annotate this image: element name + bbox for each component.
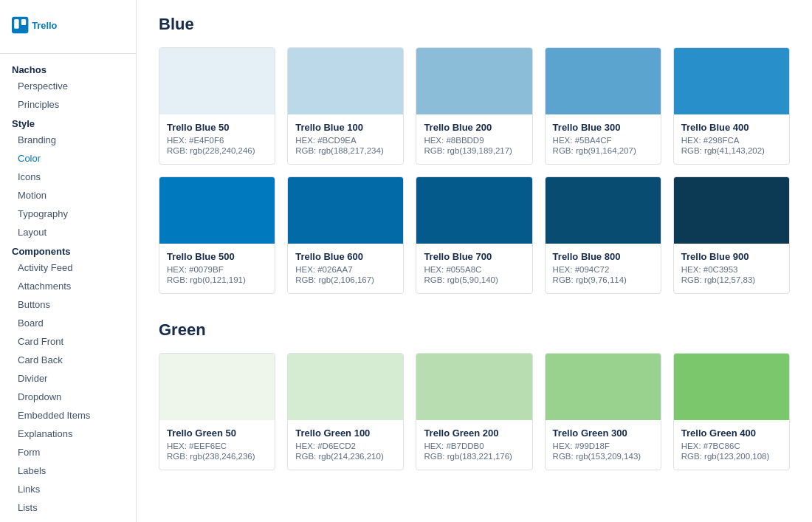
color-swatch xyxy=(416,354,531,420)
blue-section-title: Blue xyxy=(159,15,790,34)
color-card: Trello Green 200HEX: #B7DDB0RGB: rgb(183… xyxy=(416,353,532,470)
color-swatch xyxy=(159,177,275,244)
color-hex: HEX: #5BA4CF xyxy=(553,136,653,145)
color-swatch xyxy=(546,354,661,420)
color-rgb: RGB: rgb(139,189,217) xyxy=(424,146,524,155)
color-hex: HEX: #8BBDD9 xyxy=(424,136,524,145)
sidebar-item-perspective[interactable]: Perspective xyxy=(0,77,136,95)
sidebar-item-color[interactable]: Color xyxy=(0,149,136,168)
color-card: Trello Blue 300HEX: #5BA4CFRGB: rgb(91,1… xyxy=(545,47,661,165)
color-card: Trello Blue 200HEX: #8BBDD9RGB: rgb(139,… xyxy=(416,47,532,165)
color-card: Trello Blue 700HEX: #055A8CRGB: rgb(5,90… xyxy=(416,176,532,294)
svg-text:Trello: Trello xyxy=(32,20,57,31)
sidebar-item-board[interactable]: Board xyxy=(0,314,136,332)
color-card: Trello Blue 800HEX: #094C72RGB: rgb(9,76… xyxy=(545,176,661,294)
color-card: Trello Blue 50HEX: #E4F0F6RGB: rgb(228,2… xyxy=(159,47,275,165)
color-swatch xyxy=(546,48,661,114)
sidebar-item-explanations[interactable]: Explanations xyxy=(0,425,136,443)
sidebar-item-card-back[interactable]: Card Back xyxy=(0,351,136,369)
components-section-title: Components xyxy=(0,241,136,258)
sidebar-item-card-front[interactable]: Card Front xyxy=(0,332,136,351)
color-rgb: RGB: rgb(153,209,143) xyxy=(553,452,653,461)
color-hex: HEX: #EEF6EC xyxy=(167,442,267,450)
color-name: Trello Green 50 xyxy=(167,427,267,439)
sidebar-item-motion[interactable]: Motion xyxy=(0,186,136,205)
sidebar-item-buttons[interactable]: Buttons xyxy=(0,295,136,314)
color-hex: HEX: #298FCA xyxy=(681,136,782,145)
color-rgb: RGB: rgb(5,90,140) xyxy=(424,275,524,284)
color-card: Trello Green 100HEX: #D6ECD2RGB: rgb(214… xyxy=(287,353,404,470)
color-name: Trello Blue 100 xyxy=(295,122,396,133)
color-card: Trello Green 400HEX: #7BC86CRGB: rgb(123… xyxy=(673,353,790,470)
color-rgb: RGB: rgb(238,246,236) xyxy=(167,452,267,461)
sidebar-item-layout[interactable]: Layout xyxy=(0,223,136,241)
color-name: Trello Green 200 xyxy=(424,427,524,439)
color-hex: HEX: #D6ECD2 xyxy=(295,442,396,450)
sidebar-item-links[interactable]: Links xyxy=(0,480,136,498)
color-name: Trello Blue 900 xyxy=(681,251,782,262)
color-hex: HEX: #BCD9EA xyxy=(295,136,396,145)
green-section-title: Green xyxy=(159,320,790,340)
sidebar-item-form[interactable]: Form xyxy=(0,443,136,461)
sidebar-item-typography[interactable]: Typography xyxy=(0,205,136,223)
color-card: Trello Blue 500HEX: #0079BFRGB: rgb(0,12… xyxy=(159,176,275,294)
color-hex: HEX: #7BC86C xyxy=(681,442,782,450)
sidebar-item-embedded-items[interactable]: Embedded Items xyxy=(0,406,136,425)
sidebar-item-attachments[interactable]: Attachments xyxy=(0,277,136,295)
sidebar-item-principles[interactable]: Principles xyxy=(0,95,136,114)
color-card: Trello Green 300HEX: #99D18FRGB: rgb(153… xyxy=(545,353,661,470)
color-swatch xyxy=(288,177,403,244)
color-card: Trello Blue 400HEX: #298FCARGB: rgb(41,1… xyxy=(673,47,790,165)
sidebar-item-dropdown[interactable]: Dropdown xyxy=(0,388,136,406)
sidebar-divider xyxy=(0,53,136,54)
sidebar-item-icons[interactable]: Icons xyxy=(0,168,136,186)
sidebar-item-branding[interactable]: Branding xyxy=(0,131,136,149)
color-hex: HEX: #055A8C xyxy=(424,265,524,274)
blue-color-grid: Trello Blue 50HEX: #E4F0F6RGB: rgb(228,2… xyxy=(159,47,790,294)
color-card: Trello Green 50HEX: #EEF6ECRGB: rgb(238,… xyxy=(159,353,275,470)
sidebar-item-divider[interactable]: Divider xyxy=(0,369,136,388)
color-swatch xyxy=(416,48,531,114)
sidebar-item-popover[interactable]: Popover xyxy=(0,517,136,522)
color-name: Trello Green 100 xyxy=(295,427,396,439)
color-name: Trello Blue 800 xyxy=(553,251,653,262)
color-swatch xyxy=(674,354,789,420)
green-color-grid: Trello Green 50HEX: #EEF6ECRGB: rgb(238,… xyxy=(159,353,790,470)
color-card: Trello Blue 600HEX: #026AA7RGB: rgb(2,10… xyxy=(287,176,404,294)
sidebar-item-lists[interactable]: Lists xyxy=(0,498,136,517)
color-rgb: RGB: rgb(183,221,176) xyxy=(424,452,524,461)
color-rgb: RGB: rgb(91,164,207) xyxy=(553,146,653,155)
color-hex: HEX: #E4F0F6 xyxy=(167,136,267,145)
color-rgb: RGB: rgb(188,217,234) xyxy=(295,146,396,155)
color-hex: HEX: #026AA7 xyxy=(295,265,396,274)
color-swatch xyxy=(159,48,275,114)
sidebar-item-labels[interactable]: Labels xyxy=(0,461,136,480)
color-name: Trello Blue 500 xyxy=(167,251,267,262)
color-swatch xyxy=(674,48,789,114)
color-hex: HEX: #0C3953 xyxy=(681,265,782,274)
color-rgb: RGB: rgb(41,143,202) xyxy=(681,146,782,155)
sidebar-item-activity-feed[interactable]: Activity Feed xyxy=(0,258,136,277)
color-name: Trello Green 300 xyxy=(553,427,653,439)
color-name: Trello Blue 600 xyxy=(295,251,396,262)
trello-logo: Trello xyxy=(12,15,71,35)
color-name: Trello Blue 700 xyxy=(424,251,524,262)
logo: Trello xyxy=(0,9,136,50)
color-name: Trello Blue 200 xyxy=(424,122,524,133)
color-rgb: RGB: rgb(123,200,108) xyxy=(681,452,782,461)
color-hex: HEX: #B7DDB0 xyxy=(424,442,524,450)
color-hex: HEX: #99D18F xyxy=(553,442,653,450)
color-rgb: RGB: rgb(12,57,83) xyxy=(681,275,782,284)
style-section-title: Style xyxy=(0,114,136,131)
color-swatch xyxy=(416,177,531,244)
color-name: Trello Blue 300 xyxy=(553,122,653,133)
color-rgb: RGB: rgb(2,106,167) xyxy=(295,275,396,284)
color-hex: HEX: #0079BF xyxy=(167,265,267,274)
nachos-section-title: Nachos xyxy=(0,60,136,77)
color-name: Trello Blue 400 xyxy=(681,122,782,133)
color-rgb: RGB: rgb(228,240,246) xyxy=(167,146,267,155)
color-card: Trello Blue 100HEX: #BCD9EARGB: rgb(188,… xyxy=(287,47,404,165)
color-name: Trello Green 400 xyxy=(681,427,782,439)
svg-rect-1 xyxy=(14,19,18,29)
color-swatch xyxy=(159,354,275,420)
